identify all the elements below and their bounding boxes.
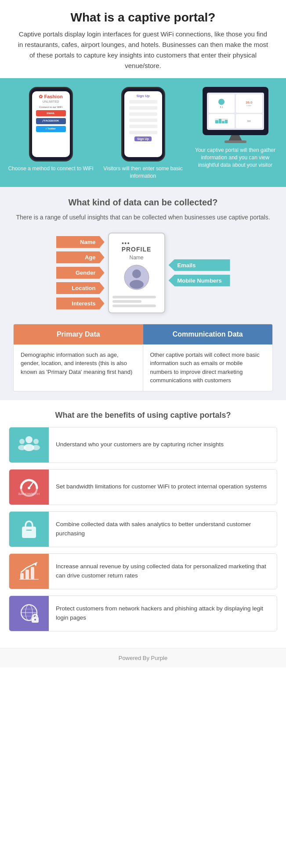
- communication-data-header: Communication Data: [143, 324, 273, 344]
- gauge-icon: BANDWIDTH: [17, 475, 41, 499]
- primary-data-header: Primary Data: [14, 324, 143, 344]
- step-1-label: Choose a method to connect to WiFi: [8, 165, 93, 172]
- header-section: What is a captive portal? Captive portal…: [0, 0, 286, 78]
- profile-box: ●●● PROFILE Name: [108, 233, 165, 313]
- monitor-card-3: [209, 114, 235, 128]
- svg-rect-13: [22, 527, 36, 538]
- data-section-title: What kind of data can be collected?: [13, 197, 273, 208]
- svg-point-26: [34, 619, 36, 621]
- globe-lock-icon: [17, 601, 41, 626]
- monitor-card-1: 8.1: [209, 94, 235, 113]
- step-2: Sign Up Sign Up Visitors will then enter…: [99, 87, 187, 180]
- signup-field-2: [129, 106, 157, 110]
- monitor-card-2: 39.0 metric: [236, 94, 262, 113]
- svg-point-6: [18, 445, 26, 450]
- monitor-container: 8.1 39.0 metric: [203, 87, 268, 143]
- step-3: 8.1 39.0 metric: [192, 87, 279, 169]
- benefit-icon-box-3: [9, 512, 49, 547]
- benefit-item-5: Protect customers from network hackers a…: [9, 595, 277, 631]
- phone-signup-mockup: Sign Up Sign Up: [121, 87, 165, 161]
- right-labels: Emails Mobile Numbers: [169, 259, 230, 287]
- data-section: What kind of data can be collected? Ther…: [0, 187, 286, 400]
- benefit-item-2: BANDWIDTH Set bandwidth limitations for …: [9, 469, 277, 505]
- label-mobile-numbers: Mobile Numbers: [169, 275, 230, 287]
- wifi-connect-text: Connect to our WiFi: [39, 106, 62, 108]
- benefit-text-1: Understand who your customers are by cap…: [49, 434, 231, 455]
- svg-point-7: [33, 439, 39, 444]
- svg-point-11: [28, 487, 30, 489]
- email-btn: EMAIL: [36, 110, 66, 116]
- primary-data-body: Demographic information such as age, gen…: [14, 344, 143, 391]
- signup-title: Sign Up: [136, 94, 149, 98]
- chart-icon: [17, 559, 41, 584]
- svg-point-2: [130, 280, 144, 289]
- label-location: Location: [56, 282, 105, 294]
- benefit-text-4: Increase annual revenue by using collect…: [49, 556, 277, 586]
- profile-avatar: [123, 264, 150, 291]
- svg-rect-17: [31, 567, 34, 579]
- people-icon: [17, 433, 41, 457]
- phone-login-mockup: ✿ Fashion UNLIMITED Connect to our WiFi …: [29, 87, 73, 161]
- step-2-label: Visitors will then enter some basic info…: [99, 165, 187, 180]
- benefit-text-5: Protect customers from network hackers a…: [49, 598, 277, 628]
- profile-line-2: [112, 300, 141, 303]
- benefit-item-4: Increase annual revenue by using collect…: [9, 553, 277, 589]
- step-3-label: Your captive portal will then gather inf…: [192, 147, 279, 169]
- steps-row: ✿ Fashion UNLIMITED Connect to our WiFi …: [4, 87, 282, 180]
- label-name: Name: [56, 236, 105, 248]
- profile-line-3: [112, 305, 156, 307]
- data-table: Primary Data Communication Data Demograp…: [13, 324, 273, 391]
- step-1: ✿ Fashion UNLIMITED Connect to our WiFi …: [7, 87, 95, 172]
- label-interests: Interests: [56, 298, 105, 309]
- signup-field-1: [129, 100, 157, 104]
- footer: Powered By Purple: [0, 648, 286, 667]
- svg-rect-16: [25, 570, 29, 579]
- signup-field-3: [129, 112, 157, 116]
- main-title: What is a captive portal?: [18, 11, 268, 25]
- signup-field-6: [129, 131, 157, 134]
- svg-point-8: [32, 445, 40, 450]
- label-emails: Emails: [169, 259, 230, 271]
- benefit-text-2: Set bandwidth limitations for customer W…: [49, 476, 274, 497]
- steps-section: ✿ Fashion UNLIMITED Connect to our WiFi …: [0, 78, 286, 187]
- facebook-btn: 𝑓 FACEBOOK: [36, 118, 66, 124]
- profile-title: ●●● PROFILE: [122, 239, 152, 253]
- communication-data-body: Other captive portals will collect more …: [143, 344, 273, 391]
- brand-name: ✿ Fashion UNLIMITED: [39, 94, 62, 104]
- benefit-text-3: Combine collected data with sales analyt…: [49, 514, 277, 544]
- benefit-item-3: Combine collected data with sales analyt…: [9, 511, 277, 547]
- monitor-card-4: 0.0: [236, 114, 262, 128]
- phone-login-screen: ✿ Fashion UNLIMITED Connect to our WiFi …: [32, 91, 70, 157]
- benefit-icon-box-2: BANDWIDTH: [9, 470, 49, 505]
- label-gender: Gender: [56, 267, 105, 279]
- signup-field-4: [129, 118, 157, 122]
- phone-signup-screen: Sign Up Sign Up: [124, 91, 162, 157]
- profile-lines: [112, 296, 161, 307]
- header-description: Captive portals display login interfaces…: [18, 29, 268, 71]
- monitor-mockup: 8.1 39.0 metric: [203, 87, 268, 135]
- monitor-screen: 8.1 39.0 metric: [207, 93, 264, 130]
- benefits-section: What are the benefits of using captive p…: [0, 400, 286, 648]
- benefits-title: What are the benefits of using captive p…: [9, 411, 277, 420]
- profile-line-1: [112, 296, 156, 298]
- bag-icon: [17, 517, 41, 542]
- svg-point-5: [19, 439, 25, 444]
- twitter-btn: 𝑡 Twitter: [36, 126, 66, 132]
- label-age: Age: [56, 251, 105, 263]
- profile-name-label: Name: [129, 255, 143, 261]
- benefit-item-1: Understand who your customers are by cap…: [9, 427, 277, 463]
- svg-point-3: [25, 436, 33, 443]
- monitor-base: [224, 140, 246, 143]
- benefit-icon-box-4: [9, 554, 49, 589]
- signup-button[interactable]: Sign Up: [134, 136, 151, 141]
- svg-text:BANDWIDTH: BANDWIDTH: [18, 492, 40, 496]
- profile-diagram: Name Age Gender Location Interests ●●● P…: [13, 233, 273, 313]
- data-section-subtitle: There is a range of useful insights that…: [13, 213, 273, 222]
- benefit-icon-box-5: [9, 596, 49, 631]
- signup-field-5: [129, 125, 157, 128]
- footer-label: Powered By Purple: [119, 655, 167, 661]
- svg-point-1: [132, 269, 141, 278]
- left-labels: Name Age Gender Location Interests: [56, 236, 105, 309]
- benefit-icon-box-1: [9, 427, 49, 463]
- monitor-stand: [229, 135, 242, 140]
